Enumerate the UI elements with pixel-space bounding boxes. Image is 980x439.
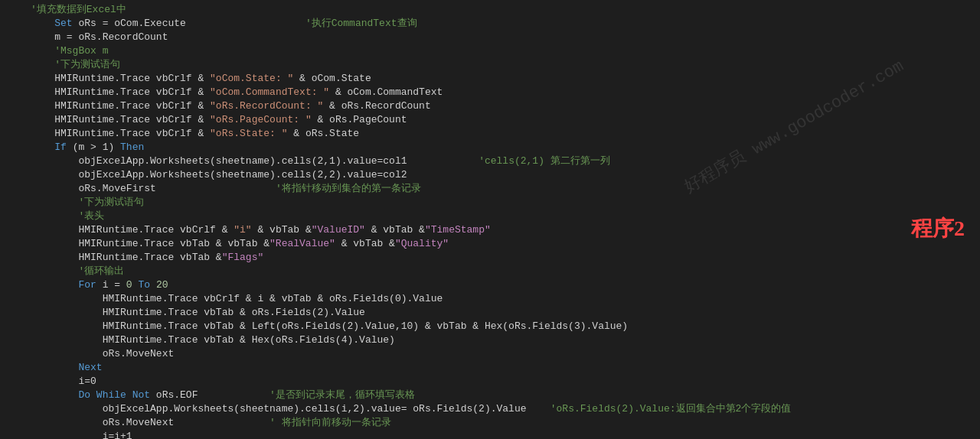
code-segment xyxy=(31,59,54,70)
code-segment xyxy=(31,417,103,428)
table-row: HMIRuntime.Trace vbCrlf & "i" & vbTab &"… xyxy=(0,223,980,237)
code-segment: 20 xyxy=(156,279,168,291)
table-row: Next xyxy=(0,361,980,375)
code-segment xyxy=(156,183,276,194)
code-segment: ' 将指针向前移动一条记录 xyxy=(270,417,391,428)
code-segment: & oRs.State xyxy=(287,128,359,139)
code-segment xyxy=(407,155,479,167)
table-row: HMIRuntime.Trace vbTab & vbTab &"RealVal… xyxy=(0,237,980,251)
code-segment xyxy=(31,128,54,139)
table-row: '下为测试语句 xyxy=(0,196,980,210)
code-segment: "ValueID" xyxy=(312,224,365,236)
table-row: oRs.MoveFirst '将指针移动到集合的第一条记录 xyxy=(0,182,980,196)
line-content: oRs.MoveNext ' 将指针向前移动一条记录 xyxy=(31,416,980,430)
code-segment: HMIRuntime.Trace vbTab & Hex(oRs.Fields(… xyxy=(103,334,395,346)
code-segment xyxy=(31,45,54,57)
program2-label: 程序2 xyxy=(911,214,965,243)
code-segment: 'oRs.Fields(2).Value:返回集合中第2个字段的值 xyxy=(550,403,792,415)
code-segment: '将指针移动到集合的第一条记录 xyxy=(276,183,421,194)
table-row: If (m > 1) Then xyxy=(0,141,980,154)
line-content: oRs.MoveFirst '将指针移动到集合的第一条记录 xyxy=(31,182,980,196)
table-row: '下为测试语句 xyxy=(0,58,980,72)
code-segment: HMIRuntime.Trace vbCrlf & xyxy=(54,73,210,84)
line-content: HMIRuntime.Trace vbCrlf & "oRs.State: " … xyxy=(31,127,980,141)
table-row: HMIRuntime.Trace vbCrlf & "oRs.State: " … xyxy=(0,127,980,141)
code-segment xyxy=(31,334,103,346)
code-segment xyxy=(31,210,78,222)
code-segment: i=0 xyxy=(78,376,96,387)
line-content: objExcelApp.Worksheets(sheetname).cells(… xyxy=(31,402,980,416)
code-segment xyxy=(31,31,54,43)
code-segment: HMIRuntime.Trace vbCrlf & xyxy=(54,128,210,139)
code-segment xyxy=(31,197,78,208)
code-segment: & oRs.RecordCount xyxy=(323,100,430,112)
code-segment: '下为测试语句 xyxy=(54,59,120,70)
table-row: Do While Not oRs.EOF '是否到记录末尾，循环填写表格 xyxy=(0,389,980,402)
code-segment: '填充数据到Excel中 xyxy=(31,4,126,15)
line-content: '表头 xyxy=(31,210,980,223)
code-segment xyxy=(31,100,54,112)
code-segment: "oCom.State: " xyxy=(210,73,293,84)
code-segment xyxy=(31,155,78,167)
code-segment: Next xyxy=(78,362,102,373)
line-content: HMIRuntime.Trace vbCrlf & "oCom.State: "… xyxy=(31,72,980,86)
table-row: HMIRuntime.Trace vbTab & Hex(oRs.Fields(… xyxy=(0,333,980,347)
table-row: oRs.MoveNext xyxy=(0,347,980,361)
table-row: '表头 xyxy=(0,210,980,223)
code-segment: objExcelApp.Worksheets(sheetname).cells(… xyxy=(78,155,407,167)
code-segment xyxy=(31,86,54,98)
table-row: HMIRuntime.Trace vbTab & oRs.Fields(2).V… xyxy=(0,306,980,320)
line-content: Do While Not oRs.EOF '是否到记录末尾，循环填写表格 xyxy=(31,389,980,402)
line-content: For i = 0 To 20 xyxy=(31,278,980,292)
code-segment xyxy=(31,376,78,387)
code-segment xyxy=(31,265,78,277)
code-segment: "oRs.RecordCount: " xyxy=(210,100,323,112)
code-segment: '是否到记录末尾，循环填写表格 xyxy=(270,389,415,401)
code-segment: '下为测试语句 xyxy=(78,197,144,208)
code-segment: To xyxy=(132,279,156,291)
code-segment xyxy=(31,238,78,249)
table-row: objExcelApp.Worksheets(sheetname).cells(… xyxy=(0,154,980,168)
line-content: i=0 xyxy=(31,375,980,389)
table-row: HMIRuntime.Trace vbCrlf & i & vbTab & oR… xyxy=(0,292,980,306)
line-content: objExcelApp.Worksheets(sheetname).cells(… xyxy=(31,154,980,168)
code-segment: & vbTab & xyxy=(365,224,425,236)
code-segment: "TimeStamp" xyxy=(425,224,491,236)
line-content: HMIRuntime.Trace vbCrlf & "oCom.CommandT… xyxy=(31,86,980,99)
code-segment: 'cells(2,1) 第二行第一列 xyxy=(479,155,610,167)
code-segment: oRs.MoveFirst xyxy=(78,183,155,194)
code-editor: '填充数据到Excel中 Set oRs = oCom.Execute '执行C… xyxy=(0,0,980,439)
line-content: '循环输出 xyxy=(31,265,980,278)
line-content: 'MsgBox m xyxy=(31,44,980,58)
line-content: '下为测试语句 xyxy=(31,196,980,210)
code-segment: HMIRuntime.Trace vbCrlf & xyxy=(54,100,210,112)
code-segment: objExcelApp.Worksheets(sheetname).cells(… xyxy=(78,169,407,180)
line-content: HMIRuntime.Trace vbCrlf & "oRs.PageCount… xyxy=(31,113,980,127)
code-segment xyxy=(174,417,270,428)
code-segment: & oRs.PageCount xyxy=(312,114,407,125)
code-segment: '循环输出 xyxy=(78,265,124,277)
code-segment: oRs.EOF xyxy=(150,389,198,401)
line-content: Next xyxy=(31,361,980,375)
code-segment xyxy=(31,252,78,263)
code-segment xyxy=(31,141,54,153)
table-row: objExcelApp.Worksheets(sheetname).cells(… xyxy=(0,168,980,182)
table-row: HMIRuntime.Trace vbCrlf & "oRs.RecordCou… xyxy=(0,99,980,113)
table-row: oRs.MoveNext ' 将指针向前移动一条记录 xyxy=(0,416,980,430)
table-row: HMIRuntime.Trace vbCrlf & "oCom.CommandT… xyxy=(0,86,980,99)
table-row: For i = 0 To 20 xyxy=(0,278,980,292)
table-row: m = oRs.RecordCount xyxy=(0,31,980,44)
code-segment: HMIRuntime.Trace vbTab & vbTab & xyxy=(78,238,270,249)
code-segment: & oCom.CommandText xyxy=(329,86,443,98)
code-segment: m = oRs.RecordCount xyxy=(54,31,168,43)
code-segment: & vbTab & xyxy=(252,224,312,236)
code-segment xyxy=(31,114,54,125)
line-content: HMIRuntime.Trace vbTab &"Flags" xyxy=(31,251,980,265)
code-segment: If xyxy=(54,141,67,153)
code-segment xyxy=(31,389,78,401)
table-row: i=0 xyxy=(0,375,980,389)
line-content: If (m > 1) Then xyxy=(31,141,980,154)
code-segment: & oCom.State xyxy=(293,73,371,84)
code-segment: HMIRuntime.Trace vbCrlf & i & vbTab & oR… xyxy=(103,293,443,304)
line-content: HMIRuntime.Trace vbCrlf & "oRs.RecordCou… xyxy=(31,99,980,113)
